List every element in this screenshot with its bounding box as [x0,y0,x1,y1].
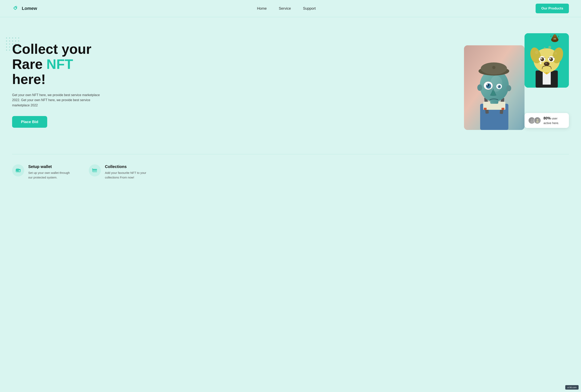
hero-section: Collect your Rare NFThere! Get your own … [0,17,581,154]
svg-point-52 [554,38,554,39]
svg-point-43 [545,63,547,64]
place-bid-button[interactable]: Place Bid [12,116,47,128]
svg-rect-7 [484,108,486,110]
svg-rect-64 [92,170,97,171]
svg-point-53 [555,38,556,39]
hero-description: Get your own NFT here, we provide best s… [12,92,101,108]
logo[interactable]: Lomew [12,5,37,12]
collections-description: Add your favourite NFT to your collectio… [105,171,149,180]
svg-point-44 [535,51,538,54]
user-active-badge: 80% user active here. [524,113,569,128]
svg-rect-68 [92,171,93,172]
collections-content: Collections Add your favourite NFT to yo… [105,164,149,180]
svg-rect-67 [92,170,93,171]
nft-secondary-card[interactable] [524,33,569,88]
badge-text: 80% user active here. [544,116,565,125]
svg-point-62 [16,171,17,172]
svg-rect-59 [16,170,20,171]
nft-main-card[interactable] [464,45,524,130]
svg-rect-8 [502,108,504,110]
svg-point-51 [554,34,556,36]
collections-title: Collections [105,164,149,169]
nft-secondary-artwork [524,33,569,88]
logo-icon [12,5,20,12]
wallet-description: Set up your own wallet through our prote… [28,171,72,180]
svg-point-46 [544,47,546,49]
nav-service[interactable]: Service [279,6,291,11]
wallet-title: Setup wallet [28,164,72,169]
badge-avatar-2 [534,117,541,124]
svg-point-36 [540,58,544,61]
brand-name: Lomew [22,6,37,11]
svg-rect-60 [19,171,20,171]
hero-title: Collect your Rare NFThere! [12,41,101,87]
svg-rect-66 [92,169,93,170]
svg-point-17 [486,84,488,85]
svg-point-42 [544,62,550,66]
svg-point-55 [530,121,533,123]
svg-point-57 [536,121,539,123]
features-section: Setup wallet Set up your own wallet thro… [0,154,581,192]
our-products-button[interactable]: Our Products [536,4,569,13]
svg-rect-65 [92,172,97,172]
svg-point-40 [550,58,551,59]
hero-title-line2: Rare NFThere! [12,56,73,87]
wallet-icon [12,164,24,177]
svg-point-25 [490,76,502,92]
nav-links: Home Service Support [257,6,316,11]
svg-point-37 [541,58,542,59]
hero-left: Collect your Rare NFThere! Get your own … [12,39,101,128]
badge-percentage: 80% [544,116,551,120]
nav-home[interactable]: Home [257,6,267,11]
badge-avatars [528,117,541,124]
collections-icon [89,164,101,177]
hero-right: 80% user active here. [458,33,569,134]
svg-point-41 [540,62,542,64]
nav-support[interactable]: Support [303,6,316,11]
svg-point-56 [536,119,538,121]
svg-point-45 [554,52,557,55]
svg-rect-61 [16,168,19,170]
wallet-content: Setup wallet Set up your own wallet thro… [28,164,72,180]
nft-main-artwork [464,45,524,130]
feature-wallet: Setup wallet Set up your own wallet thro… [12,164,72,180]
svg-rect-63 [92,169,97,170]
svg-point-24 [506,85,511,91]
svg-point-13 [492,66,496,69]
nft-highlight: NFT [46,56,73,72]
hero-title-line1: Collect your [12,41,92,57]
svg-point-47 [548,46,551,49]
dot-grid-decoration [6,37,19,51]
svg-point-23 [477,84,482,91]
watermark: ui.lld.com [565,385,578,390]
svg-point-54 [531,119,532,121]
navbar: Lomew Home Service Support Our Products [0,0,581,17]
feature-collections: Collections Add your favourite NFT to yo… [89,164,149,180]
svg-rect-1 [15,6,17,8]
svg-point-39 [549,58,553,61]
